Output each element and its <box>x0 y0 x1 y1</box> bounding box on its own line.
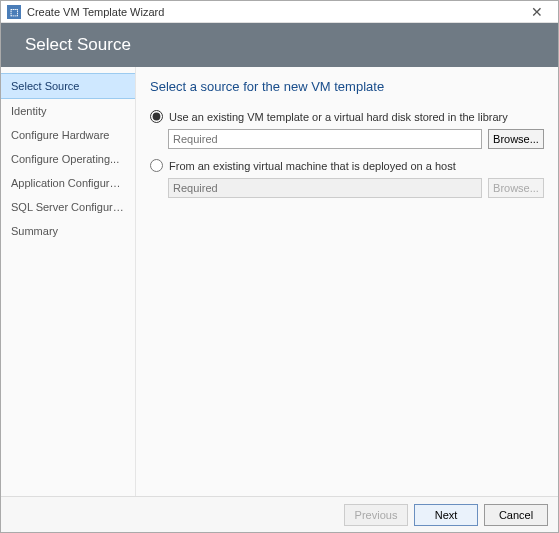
option-existing-template-input-row: Browse... <box>168 129 544 149</box>
wizard-body: Select Source Identity Configure Hardwar… <box>1 67 558 496</box>
sidebar-item-select-source[interactable]: Select Source <box>1 73 135 99</box>
sidebar-item-label: Identity <box>11 105 46 117</box>
option-existing-template-input[interactable] <box>168 129 482 149</box>
sidebar-item-label: Configure Hardware <box>11 129 109 141</box>
sidebar-item-label: Configure Operating... <box>11 153 119 165</box>
sidebar-item-label: Select Source <box>11 80 79 92</box>
sidebar-item-configure-operating[interactable]: Configure Operating... <box>1 147 135 171</box>
option-existing-template-label: Use an existing VM template or a virtual… <box>169 111 508 123</box>
app-icon: ⬚ <box>7 5 21 19</box>
wizard-banner: Select Source <box>1 23 558 67</box>
page-heading: Select a source for the new VM template <box>150 79 544 94</box>
banner-title: Select Source <box>25 35 131 55</box>
option-existing-vm-browse-button: Browse... <box>488 178 544 198</box>
wizard-sidebar: Select Source Identity Configure Hardwar… <box>1 67 136 496</box>
next-button[interactable]: Next <box>414 504 478 526</box>
option-existing-vm-input-row: Browse... <box>168 178 544 198</box>
wizard-footer: Previous Next Cancel <box>1 496 558 532</box>
cancel-button[interactable]: Cancel <box>484 504 548 526</box>
titlebar: ⬚ Create VM Template Wizard ✕ <box>1 1 558 23</box>
option-existing-template-radio[interactable] <box>150 110 163 123</box>
option-existing-vm-radio[interactable] <box>150 159 163 172</box>
sidebar-item-label: SQL Server Configuration <box>11 201 135 213</box>
wizard-main-panel: Select a source for the new VM template … <box>136 67 558 496</box>
sidebar-item-sql-server-configuration[interactable]: SQL Server Configuration <box>1 195 135 219</box>
window-title: Create VM Template Wizard <box>27 6 522 18</box>
option-existing-template-browse-button[interactable]: Browse... <box>488 129 544 149</box>
option-existing-vm-row: From an existing virtual machine that is… <box>150 159 544 172</box>
sidebar-item-label: Application Configuration <box>11 177 133 189</box>
option-existing-vm-input <box>168 178 482 198</box>
option-existing-template-row: Use an existing VM template or a virtual… <box>150 110 544 123</box>
sidebar-item-application-configuration[interactable]: Application Configuration <box>1 171 135 195</box>
sidebar-item-identity[interactable]: Identity <box>1 99 135 123</box>
sidebar-item-configure-hardware[interactable]: Configure Hardware <box>1 123 135 147</box>
sidebar-item-label: Summary <box>11 225 58 237</box>
sidebar-item-summary[interactable]: Summary <box>1 219 135 243</box>
option-existing-vm-label: From an existing virtual machine that is… <box>169 160 456 172</box>
close-icon[interactable]: ✕ <box>522 4 552 20</box>
previous-button: Previous <box>344 504 408 526</box>
